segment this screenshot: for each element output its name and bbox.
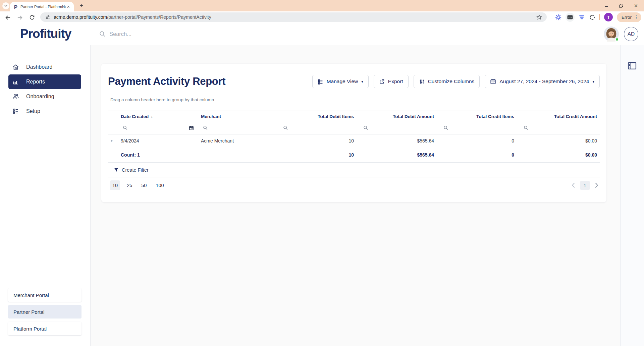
site-settings-icon[interactable] [45,14,50,20]
filter-cell-total-debit-items[interactable] [276,125,357,130]
calendar-picker-icon[interactable] [189,125,194,130]
window-minimize-button[interactable]: – [599,0,614,11]
profile-error-button[interactable]: Error ⋮ [617,12,641,22]
export-button[interactable]: Export [374,75,409,88]
summary-total-credit-items: 0 [437,152,517,158]
manage-view-button[interactable]: Manage View ▾ [312,75,369,88]
extension-captions-icon[interactable] [566,13,575,22]
customize-columns-button[interactable]: Customize Columns [414,75,480,88]
app-logo[interactable]: Profituity [20,23,71,45]
column-header-total-debit-amount[interactable]: Total Debit Amount [357,114,437,119]
summary-total-credit-amount: $0.00 [517,152,600,158]
main-content: Payment Activity Report Manage View ▾ Ex… [91,45,620,346]
date-range-button[interactable]: August 27, 2024 - September 26, 2024 ▾ [485,75,600,88]
column-header-total-credit-amount[interactable]: Total Credit Amount [517,114,600,119]
tab-search-button[interactable] [2,2,9,9]
search-icon [283,125,288,130]
caret-down-icon: ▾ [592,79,594,84]
window-close-button[interactable]: × [629,0,643,11]
bookmark-star-icon[interactable] [536,14,542,20]
global-search [99,23,250,45]
tab-favicon: P [14,4,17,10]
chevron-down-icon [4,5,8,7]
new-tab-button[interactable]: + [77,1,86,10]
browser-tab[interactable]: P Partner Portal - PlatformNext × [10,2,74,11]
portal-button-platform[interactable]: Platform Portal [8,322,82,335]
column-header-total-credit-items[interactable]: Total Credit Items [437,114,517,119]
browser-toolbar: acme.demo.profituity.com/partner-portal/… [0,11,644,23]
sort-descending-icon: ↓ [151,114,153,119]
column-label: Date Created [121,114,149,119]
caret-down-icon: ▾ [361,79,363,84]
portal-button-partner[interactable]: Partner Portal [8,305,82,319]
row-expand-icon[interactable]: ▸ [108,138,116,143]
sidebar-item-setup[interactable]: Setup [8,104,81,119]
url-bar[interactable]: acme.demo.profituity.com/partner-portal/… [40,12,547,22]
portal-button-merchant[interactable]: Merchant Portal [8,288,82,302]
sidebar-item-reports[interactable]: Reports [8,74,81,89]
search-icon [123,125,128,130]
column-header-date-created[interactable]: Date Created ↓ [116,114,196,119]
cell-total-credit-items: 0 [437,138,517,143]
back-icon [5,14,11,21]
report-toolbar: Manage View ▾ Export Customize Columns [312,75,600,88]
column-header-merchant[interactable]: Merchant [196,114,276,119]
browser-profile-avatar[interactable]: T [604,13,613,21]
search-icon [203,125,208,130]
current-page-indicator[interactable]: 1 [580,181,590,190]
user-initials-badge[interactable]: AD [624,27,638,41]
forward-icon [17,14,23,21]
search-input[interactable] [109,31,250,37]
toolbar-extensions: T Error ⋮ [555,11,641,23]
page-navigation: 1 [572,181,598,190]
cell-total-credit-amount: $0.00 [517,138,600,143]
column-header-total-debit-items[interactable]: Total Debit Items [276,114,357,119]
layout-list-icon [318,79,323,84]
create-filter-label: Create Filter [122,167,149,173]
sidebar-item-label: Dashboard [26,64,52,70]
cell-total-debit-items: 10 [276,138,357,143]
grid-header-row: Date Created ↓ Merchant Total Debit Item… [108,111,600,122]
previous-page-button[interactable] [572,182,575,188]
extensions-puzzle-icon[interactable] [589,14,595,20]
next-page-button[interactable] [595,182,598,188]
back-button[interactable] [4,14,11,21]
filter-cell-total-credit-items[interactable] [437,125,517,130]
panel-toggle-button[interactable] [628,62,637,70]
report-card: Payment Activity Report Manage View ▾ Ex… [101,64,606,202]
bar-chart-icon [12,78,19,85]
filter-cell-total-debit-amount[interactable] [357,125,437,130]
export-icon [379,79,385,84]
forward-button[interactable] [16,14,23,21]
reload-button[interactable] [28,14,36,21]
filter-cell-total-credit-amount[interactable] [517,125,600,130]
page-title: Payment Activity Report [108,75,225,88]
sidebar-item-dashboard[interactable]: Dashboard [8,60,81,74]
list-settings-icon [12,108,19,115]
filter-cell-date-created[interactable] [116,125,196,130]
page-size-50[interactable]: 50 [139,180,149,190]
tab-close-icon[interactable]: × [66,4,71,9]
search-icon [363,125,368,130]
create-filter-button[interactable]: Create Filter [108,163,600,177]
page-size-100[interactable]: 100 [153,180,166,190]
filter-funnel-icon [114,167,119,172]
browser-menu-icon[interactable]: ⋮ [634,14,638,20]
url-host: acme.demo.profituity.com [54,14,107,20]
page-size-10[interactable]: 10 [110,180,120,190]
sidebar-item-onboarding[interactable]: Onboarding [8,89,81,104]
table-row[interactable]: ▸ 9/4/2024 Acme Merchant 10 $565.64 0 $0… [108,134,600,147]
cell-merchant: Acme Merchant [196,138,276,143]
window-restore-button[interactable] [614,0,629,11]
panel-toggle-icon [628,62,637,70]
summary-total-debit-amount: $565.64 [357,152,437,158]
user-avatar[interactable] [604,26,619,42]
pager: 10 25 50 100 1 [108,180,600,190]
sidebar-nav: Dashboard Reports Onboarding Setup [0,60,90,119]
page-size-25[interactable]: 25 [124,180,135,190]
filter-cell-merchant[interactable] [196,125,276,130]
grid-filter-row [108,122,600,134]
extension-sunburst-icon[interactable] [555,14,561,20]
search-icon [443,125,448,130]
extension-funnel-bars-icon[interactable] [579,15,585,20]
